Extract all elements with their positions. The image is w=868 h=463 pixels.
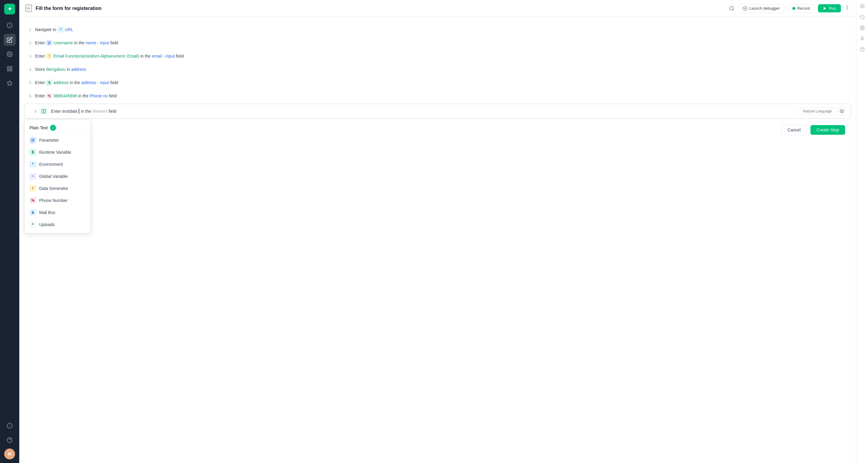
svg-point-15 (847, 9, 847, 10)
dropdown-item-global-variable[interactable]: ~ Global Variable (25, 170, 90, 182)
back-button[interactable]: ← (25, 4, 32, 12)
step-action: Enter (35, 54, 45, 59)
dropdown-header: Plain Text ✓ (25, 122, 90, 134)
user-avatar[interactable]: M (4, 449, 15, 459)
sidebar-item-analytics[interactable] (4, 19, 16, 31)
step-field: name - input (86, 40, 109, 45)
right-panel-icon-history[interactable] (860, 14, 865, 21)
search-button[interactable] (729, 6, 735, 11)
dropdown-item-parameter[interactable]: @ Parameter (25, 134, 90, 146)
active-step-element[interactable]: element (93, 109, 107, 114)
sidebar-item-monitoring[interactable] (4, 420, 16, 432)
step-action: Enter (35, 93, 45, 98)
svg-marker-12 (824, 7, 826, 10)
more-button[interactable] (844, 5, 850, 12)
step-row: 1 Navigate to * URL (19, 23, 856, 36)
active-step-row: 9 Enter testdata in the element field Na… (24, 104, 851, 119)
step-badge-star: * (58, 27, 64, 33)
step-number: 6 (24, 94, 31, 98)
record-dot (792, 7, 795, 10)
settings-icon (840, 109, 844, 113)
dropdown-item-uploads[interactable]: ^ Uploads (25, 219, 90, 230)
step-middle: in the (74, 40, 84, 45)
step-number: 4 (24, 67, 31, 72)
record-button[interactable]: Record (788, 4, 814, 13)
data-gen-label: Data Generator (39, 186, 68, 191)
right-panel-icon-user[interactable] (860, 36, 865, 42)
dropdown-item-phone-number[interactable]: % Phone Number (25, 194, 90, 207)
environment-label: Environment (39, 162, 63, 167)
run-icon (823, 6, 827, 10)
step-value: Email Functions(random Alphanumeric Emai… (53, 54, 139, 59)
data-gen-icon: ! (30, 185, 36, 192)
svg-point-18 (860, 4, 864, 8)
svg-point-21 (861, 37, 863, 38)
sidebar-item-settings[interactable] (4, 48, 16, 60)
sidebar-item-dashboard[interactable] (4, 63, 16, 75)
global-var-icon: ~ (30, 173, 36, 180)
sidebar-item-editor[interactable] (4, 34, 16, 46)
sidebar-item-integrations[interactable] (4, 77, 16, 89)
right-panel-icon-settings[interactable] (860, 25, 865, 31)
svg-rect-5 (7, 69, 9, 71)
step-content: Enter ! Email Functions(random Alphanume… (35, 53, 184, 59)
step-content: Enter @ Username in the name - input fie… (35, 40, 118, 46)
dropdown-header-label: Plain Text (30, 125, 48, 130)
parameter-label: Parameter (39, 138, 59, 143)
svg-point-19 (862, 5, 863, 7)
sidebar: ✦ M (0, 0, 19, 463)
phone-num-label: Phone Number (39, 198, 67, 203)
launch-debugger-button[interactable]: Launch debugger (738, 4, 784, 13)
step-suffix: field (109, 93, 117, 98)
step-field: Phone no (90, 93, 108, 98)
parameter-icon: @ (30, 137, 36, 144)
svg-rect-4 (10, 69, 12, 71)
steps-area: 1 Navigate to * URL 2 Enter @ Username i… (19, 17, 856, 463)
step-action: Store (35, 67, 45, 72)
app-logo[interactable]: ✦ (4, 4, 15, 14)
step-badge-percent: % (46, 93, 52, 99)
more-icon (844, 5, 850, 10)
step-suffix: field (110, 80, 118, 85)
header-actions: Launch debugger Record Run (729, 4, 850, 13)
step-content: Enter % 9885445698 in the Phone no field (35, 93, 117, 99)
dropdown-item-data-generator[interactable]: ! Data Generator (25, 182, 90, 194)
type-dropdown: Plain Text ✓ @ Parameter $ Runtime Varia… (24, 120, 91, 233)
svg-point-1 (9, 54, 10, 55)
step-content: Enter $ address in the address - input f… (35, 80, 118, 86)
dropdown-item-environment[interactable]: * Environment (25, 158, 90, 170)
step-number: 2 (24, 41, 31, 45)
step-content: Store Bengaluru in address (35, 67, 86, 72)
step-value: Bengaluru (46, 67, 65, 72)
sidebar-item-help[interactable] (4, 434, 16, 446)
record-label: Record (797, 6, 810, 10)
debugger-label: Launch debugger (749, 6, 780, 10)
create-step-button[interactable]: Create Step (810, 125, 845, 135)
right-panel-icon-help[interactable] (860, 47, 865, 53)
step-field: address (71, 67, 86, 72)
run-button[interactable]: Run (818, 4, 841, 12)
svg-rect-2 (7, 67, 9, 68)
step-number: 5 (24, 81, 31, 85)
active-step-input[interactable]: testdata (62, 109, 77, 114)
step-middle: in the (78, 93, 88, 98)
svg-point-17 (841, 111, 842, 112)
step-suffix: field (110, 40, 118, 45)
natural-language-button[interactable]: Natural Language (800, 107, 835, 115)
step-field: email - input (152, 54, 175, 59)
active-step-middle: in the (81, 109, 91, 114)
dropdown-item-runtime-variable[interactable]: $ Runtime Variable (25, 146, 90, 158)
runtime-var-icon: $ (30, 149, 36, 156)
right-panel-icon-target[interactable] (860, 4, 865, 10)
cancel-button[interactable]: Cancel (781, 125, 807, 135)
mail-box-label: Mail Box (39, 210, 56, 215)
step-value: Username (53, 40, 73, 45)
debugger-icon (743, 6, 747, 11)
step-settings-button[interactable] (838, 107, 846, 116)
step-number: 1 (24, 27, 31, 32)
step-type-icon (39, 107, 48, 116)
svg-point-13 (847, 6, 847, 6)
step-row: 2 Enter @ Username in the name - input f… (19, 36, 856, 50)
dropdown-item-mail-box[interactable]: & Mail Box (25, 207, 90, 219)
step-row: 5 Enter $ address in the address - input… (19, 76, 856, 89)
